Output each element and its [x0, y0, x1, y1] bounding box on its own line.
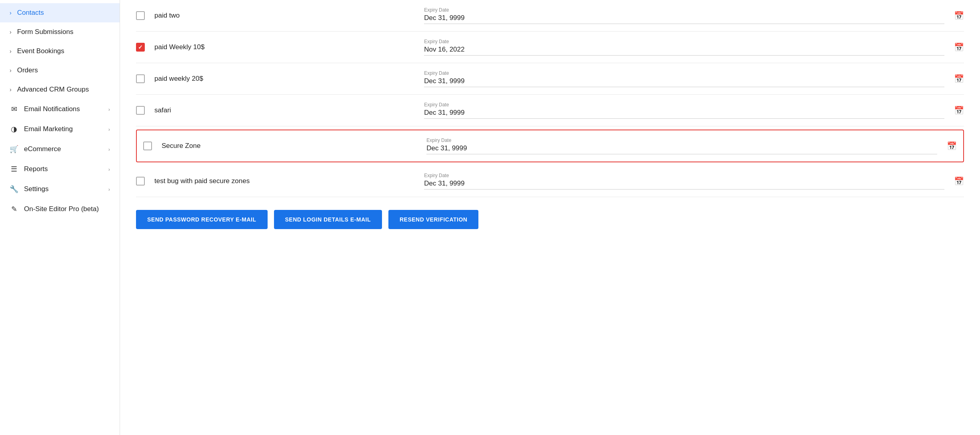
item-icon: ☰: [10, 165, 18, 174]
expiry-label: Expiry Date: [426, 138, 937, 143]
button-resend-verification[interactable]: RESEND VERIFICATION: [388, 210, 478, 229]
sidebar-item-label: On-Site Editor Pro (beta): [24, 205, 110, 213]
zone-row-secure-zone: Secure Zone Expiry Date Dec 31, 9999 📅: [136, 130, 964, 162]
sidebar-item-advanced-crm[interactable]: › Advanced CRM Groups: [0, 80, 120, 99]
sidebar-item-label: Orders: [17, 66, 110, 74]
zone-row-test-bug: test bug with paid secure zones Expiry D…: [136, 166, 964, 197]
expiry-label: Expiry Date: [424, 70, 944, 76]
sidebar-item-label: Settings: [24, 185, 103, 193]
arrow-right-icon: ›: [108, 106, 110, 112]
zone-row-paid-weekly-20: paid weekly 20$ Expiry Date Dec 31, 9999…: [136, 63, 964, 95]
sidebar-item-contacts[interactable]: › Contacts: [0, 3, 120, 22]
zone-date-paid-two: Expiry Date Dec 31, 9999: [424, 7, 944, 24]
sidebar-item-label: Email Marketing: [24, 125, 103, 133]
expiry-value: Nov 16, 2022: [424, 46, 944, 56]
arrow-right-icon: ›: [108, 146, 110, 152]
sidebar: › Contacts › Form Submissions › Event Bo…: [0, 0, 120, 435]
calendar-icon[interactable]: 📅: [954, 11, 964, 20]
sidebar-item-label: Reports: [24, 165, 103, 173]
sidebar-item-ecommerce[interactable]: 🛒 eCommerce ›: [0, 139, 120, 159]
sidebar-item-label: Contacts: [17, 9, 110, 17]
zone-checkbox-test-bug[interactable]: [136, 177, 145, 186]
expiry-value: Dec 31, 9999: [424, 109, 944, 119]
button-send-password[interactable]: SEND PASSWORD RECOVERY E-MAIL: [136, 210, 268, 229]
sidebar-item-form-submissions[interactable]: › Form Submissions: [0, 22, 120, 42]
expiry-value: Dec 31, 9999: [426, 144, 937, 154]
zone-name-safari: safari: [154, 106, 414, 114]
zone-checkbox-paid-weekly-10[interactable]: [136, 43, 145, 52]
zone-name-paid-weekly-20: paid weekly 20$: [154, 75, 414, 83]
chevron-icon: ›: [10, 10, 12, 16]
expiry-label: Expiry Date: [424, 39, 944, 44]
zone-name-paid-weekly-10: paid Weekly 10$: [154, 43, 414, 51]
zone-date-safari: Expiry Date Dec 31, 9999: [424, 102, 944, 119]
calendar-icon[interactable]: 📅: [954, 74, 964, 84]
arrow-right-icon: ›: [108, 126, 110, 132]
chevron-icon: ›: [10, 86, 12, 93]
zone-row-paid-two: paid two Expiry Date Dec 31, 9999 📅: [136, 0, 964, 32]
item-icon: ◑: [10, 125, 18, 134]
zone-checkbox-paid-weekly-20[interactable]: [136, 74, 145, 83]
expiry-label: Expiry Date: [424, 7, 944, 13]
calendar-icon[interactable]: 📅: [954, 176, 964, 186]
zone-checkbox-secure-zone[interactable]: [143, 142, 152, 150]
sidebar-item-orders[interactable]: › Orders: [0, 61, 120, 80]
item-icon: 🛒: [10, 145, 18, 154]
chevron-icon: ›: [10, 29, 12, 35]
zone-row-safari: safari Expiry Date Dec 31, 9999 📅: [136, 95, 964, 126]
item-icon: ✎: [10, 205, 18, 214]
action-buttons-row: SEND PASSWORD RECOVERY E-MAILSEND LOGIN …: [136, 210, 964, 229]
sidebar-item-settings[interactable]: 🔧 Settings ›: [0, 179, 120, 199]
button-send-login[interactable]: SEND LOGIN DETAILS E-MAIL: [274, 210, 382, 229]
calendar-icon[interactable]: 📅: [954, 42, 964, 52]
sidebar-item-label: Email Notifications: [24, 105, 103, 113]
expiry-value: Dec 31, 9999: [424, 180, 944, 190]
calendar-icon[interactable]: 📅: [954, 106, 964, 115]
calendar-icon[interactable]: 📅: [947, 141, 957, 151]
zone-date-paid-weekly-20: Expiry Date Dec 31, 9999: [424, 70, 944, 87]
sidebar-item-label: Advanced CRM Groups: [17, 86, 110, 94]
sidebar-item-reports[interactable]: ☰ Reports ›: [0, 159, 120, 179]
sidebar-item-label: eCommerce: [24, 145, 103, 153]
sidebar-item-onsite-editor[interactable]: ✎ On-Site Editor Pro (beta): [0, 199, 120, 219]
sidebar-item-label: Event Bookings: [17, 47, 110, 55]
zone-name-test-bug: test bug with paid secure zones: [154, 177, 414, 185]
expiry-label: Expiry Date: [424, 102, 944, 108]
sidebar-item-email-notifications[interactable]: ✉ Email Notifications ›: [0, 99, 120, 119]
zone-checkbox-safari[interactable]: [136, 106, 145, 115]
zone-date-test-bug: Expiry Date Dec 31, 9999: [424, 173, 944, 190]
item-icon: 🔧: [10, 185, 18, 194]
chevron-icon: ›: [10, 48, 12, 54]
expiry-label: Expiry Date: [424, 173, 944, 178]
zone-row-paid-weekly-10: paid Weekly 10$ Expiry Date Nov 16, 2022…: [136, 32, 964, 63]
sidebar-item-event-bookings[interactable]: › Event Bookings: [0, 42, 120, 61]
chevron-icon: ›: [10, 67, 12, 74]
zone-name-paid-two: paid two: [154, 12, 414, 20]
arrow-right-icon: ›: [108, 186, 110, 192]
zone-name-secure-zone: Secure Zone: [162, 142, 417, 150]
expiry-value: Dec 31, 9999: [424, 77, 944, 87]
zone-date-secure-zone: Expiry Date Dec 31, 9999: [426, 138, 937, 154]
zone-date-paid-weekly-10: Expiry Date Nov 16, 2022: [424, 39, 944, 56]
sidebar-item-email-marketing[interactable]: ◑ Email Marketing ›: [0, 119, 120, 139]
expiry-value: Dec 31, 9999: [424, 14, 944, 24]
item-icon: ✉: [10, 105, 18, 114]
zone-checkbox-paid-two[interactable]: [136, 11, 145, 20]
sidebar-item-label: Form Submissions: [17, 28, 110, 36]
main-content: paid two Expiry Date Dec 31, 9999 📅 paid…: [120, 0, 980, 435]
arrow-right-icon: ›: [108, 166, 110, 172]
